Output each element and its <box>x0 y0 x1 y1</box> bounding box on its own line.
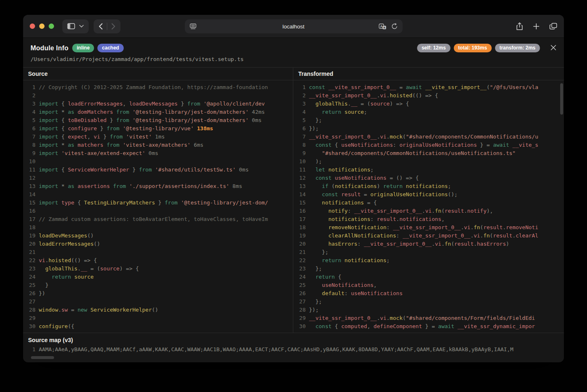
timing-badge: transform: 2ms <box>495 44 540 52</box>
code-line: 29__vite_ssr_import_0__.vi.mock("#shared… <box>293 314 564 322</box>
code-line: 12 <box>23 174 293 182</box>
code-text: if (notifications) return notifications; <box>306 182 451 190</box>
translate-icon[interactable]: A a <box>379 23 387 30</box>
line-number: 1 <box>293 83 306 92</box>
module-badges: inlinecached <box>72 44 124 52</box>
timing-badge: total: 193ms <box>454 44 492 52</box>
horizontal-scrollbar-thumb[interactable] <box>31 356 54 359</box>
code-line: 17 notifications: result.notifications, <box>293 215 564 223</box>
nav-controls <box>94 19 120 33</box>
line-number: 27 <box>23 298 35 306</box>
line-number: 7 <box>293 133 306 141</box>
sourcemap-line: 1 AAMA;AAeA,yBAAG,QAAQ,MAAM;AACf,aAAW,KA… <box>23 346 564 353</box>
code-text: import { configure } from '@testing-libr… <box>35 124 213 133</box>
code-line: 16 notify: __vite_ssr_import_0__.vi.fn(r… <box>293 207 564 215</box>
line-number: 12 <box>23 174 35 182</box>
line-number: 25 <box>23 281 35 289</box>
share-icon[interactable] <box>516 22 523 31</box>
svg-text:A: A <box>380 24 382 28</box>
line-number: 7 <box>23 133 35 141</box>
line-number: 8 <box>293 141 306 149</box>
code-line: 14 const result = originalUseNotificatio… <box>293 190 564 199</box>
code-text: loadDevMessages() <box>35 232 94 240</box>
code-text: window.sw = new ServiceWorkerHelper() <box>35 306 158 314</box>
code-text: import * as matchers from 'vitest-axe/ma… <box>35 141 203 149</box>
reload-icon[interactable] <box>391 23 398 30</box>
line-number: 15 <box>293 199 306 207</box>
line-number: 6 <box>293 124 306 133</box>
code-line: 13import * as assertions from './support… <box>23 182 293 190</box>
forward-icon[interactable] <box>111 23 116 30</box>
code-text: import { toBeDisabled } from '@testing-l… <box>35 116 262 124</box>
code-text: ); <box>306 157 322 166</box>
code-text: import { loadErrorMessages, loadDevMessa… <box>35 100 265 108</box>
code-line: 24 return source <box>23 273 293 281</box>
code-text: notifications: result.notifications, <box>306 215 445 223</box>
vertical-scrollbar-thumb[interactable] <box>560 83 563 115</box>
new-tab-icon[interactable] <box>533 23 540 30</box>
code-text: import { expect, vi } from 'vitest' 1ms <box>35 133 165 141</box>
code-text: import 'vitest-axe/extend-expect' 0ms <box>35 149 158 157</box>
code-line: 10 <box>23 157 293 166</box>
line-number: 11 <box>23 166 35 174</box>
page-format-icon[interactable] <box>190 23 196 29</box>
code-line: 10 ); <box>293 157 564 166</box>
address-bar[interactable]: localhost A a <box>185 19 403 33</box>
line-number: 30 <box>293 322 306 330</box>
minimize-window-button[interactable] <box>39 23 45 29</box>
line-number: 19 <box>23 232 35 240</box>
code-text: }; <box>306 298 322 306</box>
code-line: 11 let notifications; <box>293 166 564 174</box>
line-number: 5 <box>23 116 35 124</box>
line-number: 26 <box>293 289 306 298</box>
code-text: return { <box>306 273 341 281</box>
code-line: 5 }; <box>293 116 564 124</box>
transformed-code[interactable]: 1const __vite_ssr_import_0__ = await __v… <box>293 80 564 330</box>
url-text: localhost <box>185 23 403 30</box>
code-text: notify: __vite_ssr_import_0__.vi.fn(resu… <box>306 207 493 215</box>
line-number: 10 <box>293 157 306 166</box>
code-line: 9 "#shared/components/CommonNotification… <box>293 149 564 157</box>
code-line: 6import { configure } from '@testing-lib… <box>23 124 293 133</box>
code-line: 30 const { computed, defineComponent } =… <box>293 322 564 330</box>
code-line: 4 return source; <box>293 108 564 116</box>
code-text: return source; <box>306 108 367 116</box>
code-line: 8 const { useNotifications: originalUseN… <box>293 141 564 149</box>
code-line: 15import type { TestingLibraryMatchers }… <box>23 199 293 207</box>
chevron-down-icon[interactable] <box>79 25 84 28</box>
code-line: 25 } <box>23 281 293 289</box>
line-number: 17 <box>293 215 306 223</box>
code-text: globalThis.__ = (source) => { <box>35 265 139 273</box>
tabs-overview-icon[interactable] <box>549 23 557 30</box>
line-number: 2 <box>23 92 35 100</box>
code-line: 26 default: useNotifications <box>293 289 564 298</box>
code-text <box>35 298 39 306</box>
close-icon[interactable] <box>550 45 556 51</box>
code-text: import { ServiceWorkerHelper } from '#sh… <box>35 166 249 174</box>
page-title: Module Info <box>31 45 68 52</box>
code-text <box>35 314 39 322</box>
code-text: vi.hoisted(() => { <box>35 256 97 265</box>
zoom-window-button[interactable] <box>49 23 54 29</box>
sourcemap-title: Source map (v3) <box>23 333 564 346</box>
line-number: 28 <box>293 306 306 314</box>
back-icon[interactable] <box>99 23 103 30</box>
code-text: // Copyright (C) 2012-2025 Zammad Founda… <box>35 83 268 92</box>
line-number: 9 <box>23 149 35 157</box>
line-number: 21 <box>293 248 306 256</box>
transformed-pane: Transformed 1const __vite_ssr_import_0__… <box>293 68 564 333</box>
close-window-button[interactable] <box>30 23 35 29</box>
code-line: 4import * as domMatchers from '@testing-… <box>23 108 293 116</box>
line-number: 18 <box>293 223 306 232</box>
toolbar-right-icons <box>516 22 557 31</box>
code-text: __vite_ssr_import_0__.vi.mock("#shared/c… <box>306 133 538 141</box>
sidebar-icon[interactable] <box>67 23 75 29</box>
source-pane: Source 1// Copyright (C) 2012-2025 Zamma… <box>23 68 293 333</box>
code-text: removeNotification: __vite_ssr_import_0_… <box>306 223 538 232</box>
code-text: }); <box>306 124 318 133</box>
code-line: 13 if (notifications) return notificatio… <box>293 182 564 190</box>
code-line: 6}); <box>293 124 564 133</box>
svg-text:a: a <box>383 26 385 29</box>
line-number: 15 <box>23 199 35 207</box>
source-code[interactable]: 1// Copyright (C) 2012-2025 Zammad Found… <box>23 80 293 330</box>
